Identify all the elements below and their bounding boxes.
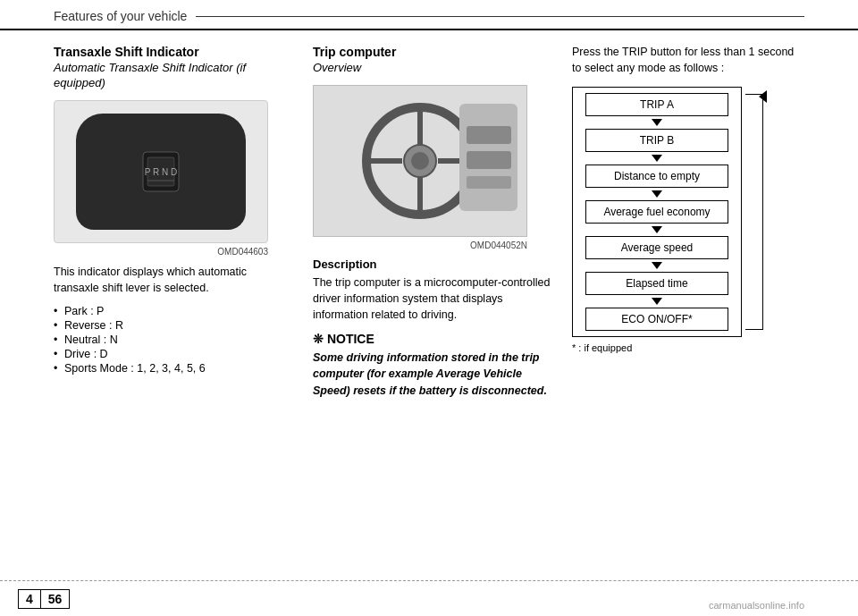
- gear-shift-image: P R N D: [54, 100, 268, 243]
- arrow-3: [652, 190, 662, 198]
- arrow-5: [652, 262, 662, 269]
- arrow-1: [652, 119, 662, 126]
- arrow-4: [652, 226, 662, 233]
- trip-box-a: TRIP A: [585, 93, 728, 116]
- loop-line: [745, 94, 763, 330]
- notice-title: ❊ NOTICE: [313, 332, 554, 346]
- svg-point-10: [411, 152, 429, 170]
- left-body-text: This indicator displays which automatic …: [54, 264, 295, 296]
- desc-title: Description: [313, 257, 554, 271]
- trip-diagram: TRIP A TRIP B Distance to empty Average …: [572, 87, 742, 337]
- page-num-left: 4: [19, 590, 41, 608]
- notice-text: Some driving information stored in the t…: [313, 350, 554, 398]
- trip-box-distance: Distance to empty: [585, 165, 728, 188]
- steering-wheel-image: [313, 85, 527, 237]
- mid-section-subtitle: Overview: [313, 61, 554, 76]
- bullet-list: Park : P Reverse : R Neutral : N Drive :…: [54, 305, 295, 375]
- trip-box-b: TRIP B: [585, 129, 728, 152]
- mid-column: Trip computer Overview: [313, 45, 554, 557]
- footer: 4 56 carmanualsonline.info: [0, 580, 858, 616]
- watermark: carmanualsonline.info: [709, 600, 804, 611]
- main-content: Transaxle Shift Indicator Automatic Tran…: [0, 30, 858, 566]
- trip-box-eco: ECO ON/OFF*: [585, 308, 728, 331]
- list-item: Drive : D: [54, 348, 295, 360]
- arrow-2: [652, 155, 662, 162]
- left-section-title: Transaxle Shift Indicator: [54, 45, 295, 59]
- header-divider: [196, 16, 804, 17]
- page-title: Features of your vehicle: [54, 9, 187, 23]
- left-section-subtitle: Automatic Transaxle Shift Indicator (if …: [54, 61, 295, 91]
- gear-icon: P R N D: [134, 145, 188, 198]
- page-num-right: 56: [41, 590, 70, 608]
- list-item: Reverse : R: [54, 319, 295, 332]
- mid-section-title: Trip computer: [313, 45, 554, 59]
- right-column: Press the TRIP button for less than 1 se…: [572, 45, 804, 557]
- trip-box-fuel: Average fuel economy: [585, 200, 728, 224]
- trip-box-elapsed: Elapsed time: [585, 272, 728, 295]
- trip-diagram-inner: TRIP A TRIP B Distance to empty Average …: [572, 87, 742, 337]
- trip-footnote: * : if equipped: [572, 342, 804, 353]
- gear-image-inner: P R N D: [76, 114, 246, 230]
- list-item: Park : P: [54, 305, 295, 317]
- arrow-6: [652, 298, 662, 305]
- trip-box-speed: Average speed: [585, 236, 728, 259]
- page-number-box: 4 56: [18, 589, 70, 609]
- left-column: Transaxle Shift Indicator Automatic Tran…: [54, 45, 295, 557]
- loop-arrow: [759, 90, 767, 103]
- list-item: Neutral : N: [54, 333, 295, 346]
- trip-intro: Press the TRIP button for less than 1 se…: [572, 45, 804, 76]
- steering-image-caption: OMD044052N: [313, 240, 527, 250]
- list-item: Sports Mode : 1, 2, 3, 4, 5, 6: [54, 362, 295, 375]
- svg-text:P R N D: P R N D: [145, 167, 178, 177]
- desc-text: The trip computer is a microcomputer-con…: [313, 274, 554, 323]
- left-image-caption: OMD044603: [54, 247, 268, 257]
- page: Features of your vehicle Transaxle Shift…: [0, 0, 858, 616]
- page-header: Features of your vehicle: [0, 0, 858, 30]
